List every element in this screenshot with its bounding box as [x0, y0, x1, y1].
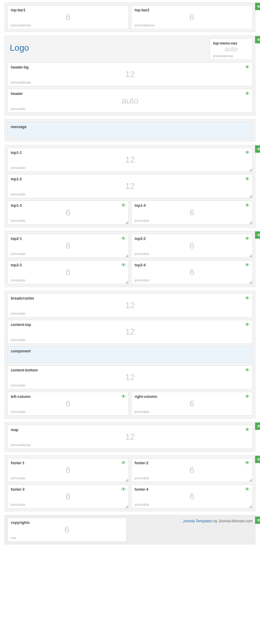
position-type: jmmodule [11, 219, 26, 222]
section-map: 👁 👁 map 12 jmmoduleraw [5, 422, 255, 452]
position-top-menu-nav[interactable]: top-menu-nav auto jmmoduleraw [210, 38, 253, 60]
position-title: message [11, 125, 249, 129]
position-left-column[interactable]: 👁 left-column 6 jmmodule [7, 392, 129, 416]
position-footer-1[interactable]: 👁 footer-1 6 jmmodule [7, 458, 129, 482]
resize-handle[interactable] [125, 254, 128, 257]
position-size: 6 [132, 492, 252, 501]
position-top2-2[interactable]: 👁 top2-2 6 jmmodule [131, 234, 253, 258]
resize-handle[interactable] [249, 168, 252, 171]
position-header[interactable]: 👁 header auto jmmodule [7, 89, 253, 113]
position-component[interactable]: component [7, 346, 253, 363]
position-copyrights[interactable]: copyrights 6 raw [7, 518, 127, 542]
resize-handle[interactable] [125, 505, 128, 508]
position-size: 6 [132, 241, 252, 251]
position-title: footer-4 [135, 487, 249, 492]
visibility-badge[interactable]: 👁 [255, 456, 260, 463]
position-top1-1[interactable]: 👁 top1-1 12 jmmodule [7, 148, 253, 172]
position-title: top1-4 [135, 203, 249, 208]
position-message[interactable]: message [7, 122, 253, 139]
position-top2-3[interactable]: 👁 top2-3 6 jmmodule [7, 260, 129, 284]
position-right-column[interactable]: 👁 right-column 6 jmmodule [131, 392, 253, 416]
position-size: 6 [8, 241, 128, 251]
eye-icon: 👁 [245, 176, 250, 182]
position-size: 12 [8, 300, 252, 310]
eye-icon: 👁 [245, 203, 250, 208]
position-map[interactable]: 👁 map 12 jmmoduleraw [7, 425, 253, 449]
position-content-bottom[interactable]: 👁 content-bottom 12 jmmodule [7, 365, 253, 389]
position-breadcrumbs[interactable]: 👁 breadcrumbs 12 jmmodule [7, 293, 253, 317]
resize-handle[interactable] [125, 281, 128, 284]
position-top-bar2[interactable]: top-bar2 6 jmmoduleraw [131, 5, 253, 29]
position-title: top1-3 [11, 203, 125, 208]
position-type: jmmodule [135, 278, 149, 282]
eye-icon: 👁 [257, 147, 260, 152]
visibility-badge[interactable]: 👁 [255, 422, 260, 430]
eye-icon: 👁 [121, 394, 126, 399]
position-content-top[interactable]: 👁 content-top 12 jmmodule [7, 320, 253, 344]
resize-handle[interactable] [249, 194, 252, 198]
section-top1: 👁 👁 top1-1 12 jmmodule 👁 top1-2 12 jmmod… [5, 145, 255, 227]
position-title: right-column [135, 395, 249, 399]
position-type: jmmodule [11, 503, 26, 506]
position-title: top1-1 [11, 151, 249, 155]
position-top2-4[interactable]: 👁 top2-4 6 jmmodule [131, 260, 253, 284]
resize-handle[interactable] [249, 478, 252, 481]
visibility-badge[interactable]: 👁 [255, 3, 260, 10]
visibility-badge[interactable]: 👁 [255, 231, 260, 239]
position-title: left-column [11, 395, 125, 399]
position-size: 6 [132, 267, 252, 277]
position-title: content-bottom [11, 368, 249, 372]
position-size: 6 [132, 208, 252, 218]
position-title: component [11, 349, 249, 353]
position-top1-4[interactable]: 👁 top1-4 6 jmmodule [131, 201, 253, 225]
position-top2-1[interactable]: 👁 top2-1 6 jmmodule [7, 234, 129, 258]
position-top1-2[interactable]: 👁 top1-2 12 jmmodule [7, 174, 253, 198]
position-size: 12 [8, 432, 252, 442]
position-size: auto [8, 96, 252, 106]
position-size: 6 [8, 492, 128, 501]
eye-icon: 👁 [245, 65, 250, 70]
position-title: top2-4 [135, 263, 249, 267]
position-type: jmmodule [11, 410, 26, 414]
position-size: 6 [132, 399, 252, 409]
visibility-badge[interactable]: 👁 [255, 36, 260, 43]
eye-icon: 👁 [245, 322, 250, 327]
position-type: jmmodule [11, 107, 26, 111]
position-type: jmmodule [135, 503, 149, 506]
visibility-badge[interactable]: 👁 [255, 516, 260, 524]
visibility-badge[interactable]: 👁 [255, 145, 260, 153]
position-size: 6 [8, 208, 128, 218]
position-type: jmmodule [11, 338, 26, 342]
position-type: raw [11, 536, 16, 540]
eye-icon: 👁 [257, 233, 260, 238]
position-title: top2-2 [135, 237, 249, 241]
logo[interactable]: Logo [7, 38, 29, 57]
position-title: top-bar1 [11, 8, 125, 12]
resize-handle[interactable] [125, 478, 128, 481]
eye-icon: 👁 [245, 367, 250, 373]
resize-handle[interactable] [249, 281, 252, 284]
eye-icon: 👁 [257, 518, 260, 523]
resize-handle[interactable] [125, 221, 128, 224]
position-top1-3[interactable]: 👁 top1-3 6 jmmodule [7, 201, 129, 225]
position-title: header [11, 92, 249, 96]
position-size: 12 [8, 69, 252, 79]
position-title: breadcrumbs [11, 296, 249, 300]
position-footer-3[interactable]: 👁 footer-3 6 jmmodule [7, 485, 129, 509]
resize-handle[interactable] [249, 221, 252, 224]
eye-icon: 👁 [245, 91, 250, 96]
section-header: 👁 Logo top-menu-nav auto jmmoduleraw 👁 h… [5, 36, 255, 116]
section-content: 👁 breadcrumbs 12 jmmodule 👁 content-top … [5, 291, 255, 418]
position-header-bg[interactable]: 👁 header-bg 12 jmmoduleraw [7, 62, 253, 86]
position-type: jmmodule [135, 476, 149, 480]
resize-handle[interactable] [249, 505, 252, 508]
position-size: 12 [8, 155, 252, 165]
position-footer-2[interactable]: 👁 footer-2 6 jmmodule [131, 458, 253, 482]
position-footer-4[interactable]: 👁 footer-4 6 jmmodule [131, 485, 253, 509]
position-type: jmmodule [11, 476, 26, 480]
position-top-bar1[interactable]: top-bar1 6 jmmoduleraw [7, 5, 129, 29]
eye-icon: 👁 [121, 487, 126, 492]
resize-handle[interactable] [249, 254, 252, 257]
credits-link[interactable]: Joomla Templates [183, 519, 213, 523]
position-type: jmmodule [11, 278, 26, 282]
